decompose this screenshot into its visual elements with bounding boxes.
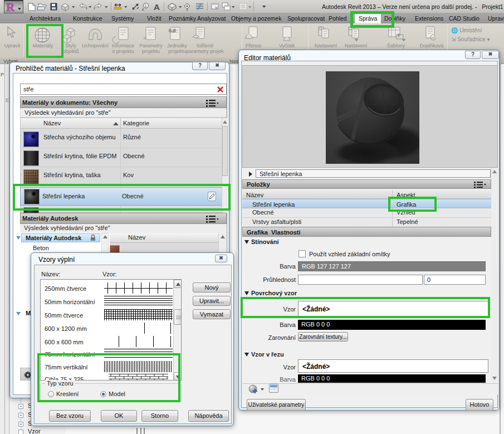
svg-text:0.0: 0.0 [169,28,176,33]
svg-text:1: 1 [145,4,147,8]
svg-text:A: A [154,2,160,12]
